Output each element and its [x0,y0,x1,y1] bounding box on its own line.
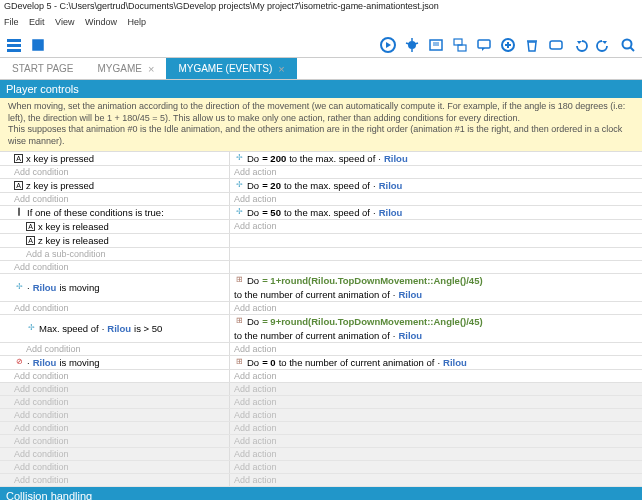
choose-event-button[interactable] [498,35,518,55]
object-link[interactable]: Rilou [379,180,403,191]
debug-button[interactable] [402,35,422,55]
add-action[interactable]: Add action [230,474,642,486]
event-row[interactable]: A x key is pressed ✢ Do = 200 to the max… [0,152,642,166]
redo-button[interactable] [594,35,614,55]
add-comment-button[interactable] [474,35,494,55]
object-link[interactable]: Rilou [398,289,422,300]
add-condition[interactable]: Add condition [0,422,230,434]
sub-condition[interactable]: ✢ Max. speed of · Rilou is > 50 [0,315,230,342]
condition-cell[interactable]: A z key is pressed [0,179,230,192]
add-condition[interactable]: Add condition [0,474,230,486]
action-cell[interactable]: ✢ Do = 20 to the max. speed of · Rilou [230,179,642,192]
svg-rect-3 [33,40,43,50]
add-action[interactable]: Add action [230,370,642,382]
add-condition[interactable]: Add condition [0,448,230,460]
event-row[interactable]: ⊘ · Rilou is moving ⊞ Do = 0 to the numb… [0,356,642,370]
event-row[interactable]: A z key is pressed ✢ Do = 20 to the max.… [0,179,642,193]
add-action[interactable]: Add action [230,435,642,447]
toggle-button[interactable] [546,35,566,55]
group-collision-handling[interactable]: Collision handling [0,487,642,500]
add-action[interactable]: Add action [230,166,642,178]
empty-event-row[interactable]: Add conditionAdd action [0,474,642,487]
event-row-add: Add condition [0,261,642,274]
add-condition[interactable]: Add condition [0,166,230,178]
object-link[interactable]: Rilou [379,207,403,218]
event-row[interactable]: A z key is released [0,234,642,248]
condition-cell[interactable]: ∥ If one of these conditions is true: [0,206,230,219]
add-condition[interactable]: Add condition [0,396,230,408]
undo-button[interactable] [570,35,590,55]
menu-help[interactable]: Help [127,17,146,27]
sub-condition[interactable]: A x key is released [0,220,230,233]
empty-event-row[interactable]: Add conditionAdd action [0,435,642,448]
add-action[interactable]: Add action [230,461,642,473]
add-sub-event-button[interactable] [450,35,470,55]
export-button[interactable] [28,35,48,55]
delete-button[interactable] [522,35,542,55]
add-action[interactable]: Add action [230,383,642,395]
add-condition[interactable]: Add condition [0,435,230,447]
preview-button[interactable] [378,35,398,55]
object-link[interactable]: Rilou [384,153,408,164]
menu-edit[interactable]: Edit [29,17,45,27]
action-cell[interactable]: ⊞ Do = 9+round(Rilou.TopDownMovement::An… [230,315,642,342]
event-row[interactable]: ✢ · Rilou is moving ⊞ Do = 1+round(Rilou… [0,274,642,302]
add-action[interactable]: Add action [230,422,642,434]
empty-event-row[interactable]: Add conditionAdd action [0,448,642,461]
condition-cell[interactable]: ✢ · Rilou is moving [0,274,230,301]
empty-event-row[interactable]: Add conditionAdd action [0,409,642,422]
action-cell[interactable]: ⊞ Do = 0 to the number of current animat… [230,356,642,369]
menu-file[interactable]: File [4,17,19,27]
add-action[interactable]: Add action [230,396,642,408]
add-condition[interactable]: Add condition [0,370,230,382]
tab-start-page[interactable]: START PAGE [0,58,86,79]
event-row[interactable]: ✢ Max. speed of · Rilou is > 50 ⊞ Do = 9… [0,315,642,343]
add-action[interactable]: Add action [230,302,642,314]
add-sub-condition[interactable]: Add a sub-condition [0,248,230,260]
empty-event-row[interactable]: Add conditionAdd action [0,422,642,435]
comment-block[interactable]: When moving, set the animation according… [0,98,642,152]
object-link[interactable]: Rilou [443,357,467,368]
action-cell[interactable]: ✢ Do = 200 to the max. speed of · Rilou [230,152,642,165]
search-button[interactable] [618,35,638,55]
event-row[interactable]: ∥ If one of these conditions is true: ✢ … [0,206,642,220]
condition-cell[interactable]: A x key is pressed [0,152,230,165]
menu-window[interactable]: Window [85,17,117,27]
add-condition[interactable]: Add condition [0,193,230,205]
add-condition[interactable]: Add condition [0,461,230,473]
object-link[interactable]: Rilou [33,357,57,368]
add-condition[interactable]: Add condition [0,261,230,273]
event-row-add: Add a sub-condition [0,248,642,261]
empty-event-row[interactable]: Add conditionAdd action [0,383,642,396]
add-action[interactable]: Add action [230,409,642,421]
menu-view[interactable]: View [55,17,74,27]
add-action[interactable]: Add action [230,220,642,233]
add-action[interactable]: Add action [230,448,642,460]
add-condition[interactable]: Add condition [0,409,230,421]
sub-condition[interactable]: A z key is released [0,234,230,247]
add-condition[interactable]: Add condition [0,302,230,314]
group-player-controls[interactable]: Player controls [0,80,642,98]
action-cell[interactable]: ⊞ Do = 1+round(Rilou.TopDownMovement::An… [230,274,642,301]
add-event-button[interactable] [426,35,446,55]
object-link[interactable]: Rilou [398,330,422,341]
tab-bar: START PAGE MYGAME× MYGAME (EVENTS)× [0,58,642,80]
tab-mygame-events[interactable]: MYGAME (EVENTS)× [166,58,296,79]
close-icon[interactable]: × [278,63,284,75]
add-action[interactable]: Add action [230,193,642,205]
condition-cell[interactable]: ⊘ · Rilou is moving [0,356,230,369]
empty-event-row[interactable]: Add conditionAdd action [0,396,642,409]
action-cell[interactable]: ✢ Do = 50 to the max. speed of · Rilou [230,206,642,219]
add-action[interactable]: Add action [230,343,642,355]
event-row[interactable]: A x key is released Add action [0,220,642,234]
object-link[interactable]: Rilou [107,323,131,334]
add-condition[interactable]: Add condition [0,383,230,395]
object-link[interactable]: Rilou [33,282,57,293]
project-manager-button[interactable] [4,35,24,55]
close-icon[interactable]: × [148,63,154,75]
empty-event-row[interactable]: Add conditionAdd action [0,461,642,474]
tab-mygame[interactable]: MYGAME× [86,58,167,79]
add-condition[interactable]: Add condition [0,343,230,355]
event-row-add: Add condition Add action [0,343,642,356]
key-icon: A [14,154,23,163]
